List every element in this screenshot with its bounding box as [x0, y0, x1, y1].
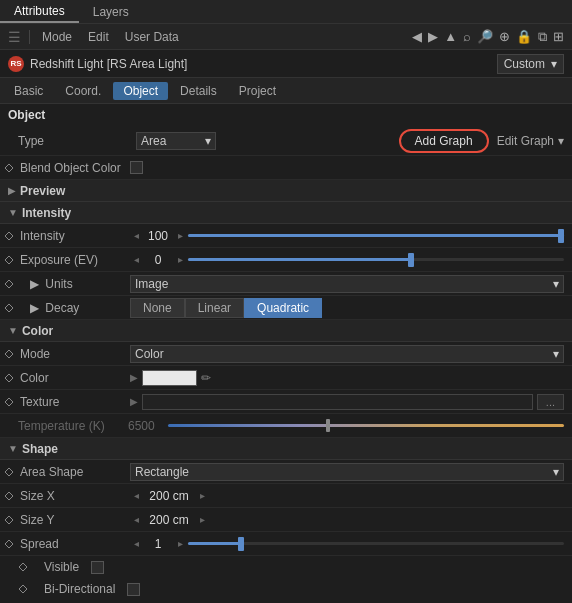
forward-icon[interactable]: ▶	[428, 29, 438, 44]
exposure-label: Exposure (EV)	[20, 253, 130, 267]
blend-color-label: Blend Object Color	[20, 161, 130, 175]
temperature-handle[interactable]	[326, 419, 330, 432]
exposure-handle[interactable]	[408, 253, 414, 267]
tab-object[interactable]: Object	[113, 82, 168, 100]
decay-none-btn[interactable]: None	[130, 298, 185, 318]
mode-dropdown[interactable]: Color ▾	[130, 345, 564, 363]
size-x-group: ◂ 200 cm ▸	[130, 489, 564, 503]
tab-details[interactable]: Details	[170, 82, 227, 100]
preview-section[interactable]: ▶ Preview	[0, 180, 572, 202]
exposure-track[interactable]	[188, 258, 564, 261]
decrease-size-x-btn[interactable]: ◂	[130, 490, 142, 501]
increase-intensity-btn[interactable]: ▸	[174, 230, 186, 241]
intensity-row: Intensity ◂ 100 ▸	[0, 224, 572, 248]
diamond-icon	[18, 583, 30, 595]
size-y-row: Size Y ◂ 200 cm ▸	[0, 508, 572, 532]
visible-checkbox[interactable]	[91, 561, 104, 574]
svg-marker-3	[5, 280, 13, 288]
up-icon[interactable]: ▲	[444, 29, 457, 44]
svg-marker-5	[5, 350, 13, 358]
tab-coord[interactable]: Coord.	[55, 82, 111, 100]
expand-icon[interactable]: ▶	[30, 277, 39, 291]
decay-linear-btn[interactable]: Linear	[185, 298, 244, 318]
decay-quadratic-btn[interactable]: Quadratic	[244, 298, 322, 318]
increase-spread-btn[interactable]: ▸	[174, 538, 186, 549]
app-icon: RS	[8, 56, 24, 72]
toolbar-edit[interactable]: Edit	[84, 30, 113, 44]
increase-size-y-btn[interactable]: ▸	[196, 514, 208, 525]
edit-graph-button[interactable]: Edit Graph ▾	[497, 134, 564, 148]
size-y-value[interactable]: 200 cm	[144, 513, 194, 527]
area-shape-dropdown[interactable]: Rectangle ▾	[130, 463, 564, 481]
units-dropdown[interactable]: Image ▾	[130, 275, 564, 293]
expand-icon[interactable]: ▶	[30, 301, 39, 315]
type-dropdown[interactable]: Area ▾	[136, 132, 216, 150]
increase-exposure-btn[interactable]: ▸	[174, 254, 186, 265]
size-y-label: Size Y	[20, 513, 130, 527]
intensity-section[interactable]: ▼ Intensity	[0, 202, 572, 224]
tab-basic[interactable]: Basic	[4, 82, 53, 100]
grid-icon[interactable]: ⊞	[553, 29, 564, 44]
copy-icon[interactable]: ⧉	[538, 29, 547, 45]
hamburger-icon[interactable]: ☰	[8, 29, 21, 45]
diamond-icon	[4, 538, 16, 550]
tab-layers[interactable]: Layers	[79, 0, 143, 23]
edit-color-icon[interactable]: ✏	[201, 371, 211, 385]
shape-section[interactable]: ▼ Shape	[0, 438, 572, 460]
temperature-slider[interactable]	[168, 424, 564, 427]
chevron-down-icon: ▾	[205, 134, 211, 148]
svg-marker-8	[5, 468, 13, 476]
temperature-value: 6500	[128, 419, 164, 433]
exposure-value[interactable]: 0	[144, 253, 172, 267]
back-icon[interactable]: ◀	[412, 29, 422, 44]
diamond-icon	[4, 466, 16, 478]
toolbar-user-data[interactable]: User Data	[121, 30, 183, 44]
svg-marker-9	[5, 492, 13, 500]
svg-marker-11	[5, 540, 13, 548]
color-section[interactable]: ▼ Color	[0, 320, 572, 342]
increase-size-x-btn[interactable]: ▸	[196, 490, 208, 501]
decrease-intensity-btn[interactable]: ◂	[130, 230, 142, 241]
texture-row: Texture ▶ ...	[0, 390, 572, 414]
zoom-icon[interactable]: 🔎	[477, 29, 493, 44]
add-graph-button[interactable]: Add Graph	[399, 129, 489, 153]
intensity-label: Intensity	[22, 206, 71, 220]
texture-browse-btn[interactable]: ...	[537, 394, 564, 410]
spread-track[interactable]	[188, 542, 564, 545]
size-x-value[interactable]: 200 cm	[144, 489, 194, 503]
spread-label: Spread	[20, 537, 130, 551]
diamond-icon	[4, 348, 16, 360]
spread-handle[interactable]	[238, 537, 244, 551]
decrease-size-y-btn[interactable]: ◂	[130, 514, 142, 525]
tab-attributes[interactable]: Attributes	[0, 0, 79, 23]
intensity-handle[interactable]	[558, 229, 564, 243]
preset-dropdown[interactable]: Custom ▾	[497, 54, 564, 74]
size-y-group: ◂ 200 cm ▸	[130, 513, 564, 527]
units-label: ▶ Units	[20, 277, 130, 291]
add-icon[interactable]: ⊕	[499, 29, 510, 44]
expand-color-icon[interactable]: ▶	[130, 372, 138, 383]
spread-slider-group: ◂ 1 ▸	[130, 537, 564, 551]
expand-texture-icon[interactable]: ▶	[130, 396, 138, 407]
intensity-value[interactable]: 100	[144, 229, 172, 243]
toolbar-mode[interactable]: Mode	[38, 30, 76, 44]
intensity-track[interactable]	[188, 234, 564, 237]
diamond-icon	[4, 302, 16, 314]
search-icon[interactable]: ⌕	[463, 29, 471, 44]
decrease-exposure-btn[interactable]: ◂	[130, 254, 142, 265]
texture-label: Texture	[20, 395, 130, 409]
decrease-spread-btn[interactable]: ◂	[130, 538, 142, 549]
svg-marker-1	[5, 232, 13, 240]
texture-field[interactable]	[142, 394, 533, 410]
lock-icon[interactable]: 🔒	[516, 29, 532, 44]
color-swatch[interactable]	[142, 370, 197, 386]
exposure-fill	[188, 258, 414, 261]
blend-color-checkbox[interactable]	[130, 161, 143, 174]
exposure-slider-group: ◂ 0 ▸	[130, 253, 564, 267]
diamond-icon	[4, 490, 16, 502]
decay-label: ▶ Decay	[20, 301, 130, 315]
bidirectional-checkbox[interactable]	[127, 583, 140, 596]
tab-project[interactable]: Project	[229, 82, 286, 100]
svg-marker-10	[5, 516, 13, 524]
spread-value[interactable]: 1	[144, 537, 172, 551]
